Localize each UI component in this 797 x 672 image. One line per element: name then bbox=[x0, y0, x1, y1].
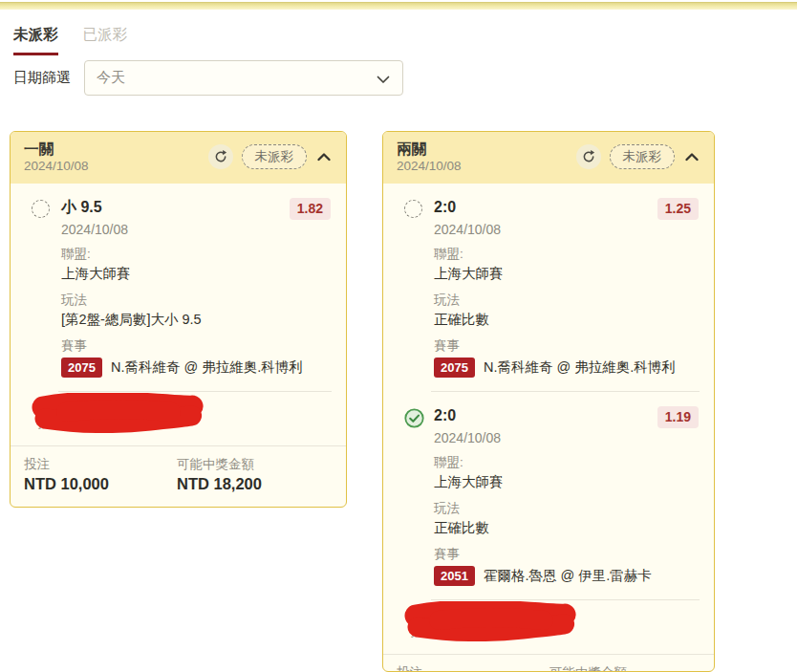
status-tabs: 未派彩 已派彩 bbox=[13, 25, 127, 55]
selection-block: 2:0 1.19 2024/10/08 聯盟: 上海大師賽 玩法 正確比數 賽事… bbox=[383, 392, 714, 600]
selection: 2:0 1.19 2024/10/08 聯盟: 上海大師賽 玩法 正確比數 賽事… bbox=[383, 392, 714, 586]
league-label: 聯盟: bbox=[434, 454, 699, 471]
selection-content: 小 9.5 1.82 2024/10/08 聯盟: 上海大師賽 玩法 [第2盤-… bbox=[61, 198, 331, 378]
event-name: N.喬科維奇 @ 弗拉維奧.科博利 bbox=[111, 358, 303, 377]
bet-card-heading: 兩關 2024/10/08 bbox=[397, 140, 462, 175]
selection-status-icon-col bbox=[404, 200, 423, 378]
bet-card-header-actions: 未派彩 bbox=[576, 144, 701, 169]
selections: 2:0 1.25 2024/10/08 聯盟: 上海大師賽 玩法 正確比數 賽事… bbox=[383, 184, 714, 600]
event-number-badge: 2075 bbox=[61, 358, 102, 378]
bet-card: 兩關 2024/10/08 未派彩 bbox=[382, 131, 715, 672]
event-label: 賽事 bbox=[434, 546, 699, 563]
payout-column: 可能中獎金額 NTD 1,488 bbox=[549, 664, 627, 672]
league-value: 上海大師賽 bbox=[434, 473, 699, 491]
league-value: 上海大師賽 bbox=[434, 265, 699, 283]
bet-history-page: 未派彩 已派彩 日期篩選 今天 一關 2024/10/08 bbox=[0, 0, 797, 672]
event-number-badge: 2051 bbox=[434, 566, 475, 586]
selection-pick: 2:0 bbox=[434, 198, 456, 217]
bet-card-heading: 一關 2024/10/08 bbox=[24, 140, 89, 175]
bet-id-area: 投注 ID: 1279200 bbox=[11, 392, 346, 445]
bet-card-header: 兩關 2024/10/08 未派彩 bbox=[383, 132, 714, 184]
bet-card: 一關 2024/10/08 未派彩 bbox=[10, 131, 347, 508]
chevron-up-icon[interactable] bbox=[315, 150, 333, 163]
odds-badge: 1.25 bbox=[657, 198, 699, 220]
event-row: 2051 霍爾格.魯恩 @ 伊里.雷赫卡 bbox=[434, 566, 699, 586]
selection-status-icon-col bbox=[404, 408, 423, 586]
selection: 2:0 1.25 2024/10/08 聯盟: 上海大師賽 玩法 正確比數 賽事… bbox=[383, 184, 714, 378]
red-marker-scribble-icon bbox=[28, 393, 205, 437]
market-value: [第2盤-總局數]大小 9.5 bbox=[61, 311, 331, 329]
league-label: 聯盟: bbox=[434, 246, 699, 263]
bet-card-header: 一關 2024/10/08 未派彩 bbox=[11, 132, 346, 184]
stake-label: 投注 bbox=[397, 664, 549, 672]
selection-date: 2024/10/08 bbox=[434, 430, 699, 445]
bet-date: 2024/10/08 bbox=[24, 158, 89, 175]
league-label: 聯盟: bbox=[61, 246, 331, 263]
event-name: N.喬科維奇 @ 弗拉維奧.科博利 bbox=[484, 358, 676, 377]
stake-value: NTD 10,000 bbox=[24, 475, 177, 493]
selection-content: 2:0 1.25 2024/10/08 聯盟: 上海大師賽 玩法 正確比數 賽事… bbox=[434, 198, 699, 378]
selection-date: 2024/10/08 bbox=[61, 222, 331, 237]
selection-title-row: 2:0 1.19 bbox=[434, 406, 699, 428]
red-marker-scribble-icon bbox=[400, 601, 578, 645]
bet-date: 2024/10/08 bbox=[397, 158, 462, 175]
stake-column: 投注 NTD 10,000 bbox=[24, 456, 177, 493]
payout-label: 可能中獎金額 bbox=[177, 456, 262, 473]
bet-card-header-actions: 未派彩 bbox=[208, 144, 334, 169]
green-check-icon bbox=[404, 415, 424, 431]
odds-badge: 1.19 bbox=[657, 406, 699, 428]
date-filter-label: 日期篩選 bbox=[13, 69, 71, 87]
selection-block: 小 9.5 1.82 2024/10/08 聯盟: 上海大師賽 玩法 [第2盤-… bbox=[11, 184, 346, 392]
selection: 小 9.5 1.82 2024/10/08 聯盟: 上海大師賽 玩法 [第2盤-… bbox=[11, 184, 346, 378]
top-yellow-divider bbox=[0, 2, 797, 10]
bet-id-area: 投注 ID: 1279130 bbox=[383, 600, 714, 654]
payout-label: 可能中獎金額 bbox=[549, 664, 627, 672]
refresh-icon[interactable] bbox=[208, 144, 233, 169]
bet-card-footer: 投注 NTD 10,000 可能中獎金額 NTD 18,200 bbox=[11, 445, 346, 507]
selection-date: 2024/10/08 bbox=[434, 222, 699, 237]
event-row: 2075 N.喬科維奇 @ 弗拉維奧.科博利 bbox=[434, 358, 699, 378]
stake-label: 投注 bbox=[24, 456, 177, 473]
event-label: 賽事 bbox=[61, 337, 331, 355]
selection-pick: 小 9.5 bbox=[61, 198, 102, 217]
market-value: 正確比數 bbox=[434, 311, 699, 329]
selections: 小 9.5 1.82 2024/10/08 聯盟: 上海大師賽 玩法 [第2盤-… bbox=[11, 184, 346, 392]
selection-block: 2:0 1.25 2024/10/08 聯盟: 上海大師賽 玩法 正確比數 賽事… bbox=[383, 184, 714, 392]
bet-card-footer: 投注 NTD 1,000 可能中獎金額 NTD 1,488 bbox=[383, 654, 714, 672]
market-label: 玩法 bbox=[61, 292, 331, 309]
date-filter-row: 日期篩選 今天 bbox=[13, 60, 403, 96]
event-number-badge: 2075 bbox=[434, 358, 475, 378]
chevron-up-icon[interactable] bbox=[683, 150, 700, 163]
tab-unsettled[interactable]: 未派彩 bbox=[13, 25, 58, 55]
refresh-icon[interactable] bbox=[576, 144, 601, 169]
status-badge[interactable]: 未派彩 bbox=[242, 144, 308, 169]
bet-type-title: 兩關 bbox=[397, 140, 462, 158]
payout-column: 可能中獎金額 NTD 18,200 bbox=[177, 456, 262, 493]
market-value: 正確比數 bbox=[434, 519, 699, 537]
stake-column: 投注 NTD 1,000 bbox=[397, 664, 549, 672]
chevron-down-icon bbox=[376, 72, 391, 91]
dashed-circle-icon bbox=[32, 200, 50, 218]
league-value: 上海大師賽 bbox=[61, 265, 331, 283]
selection-content: 2:0 1.19 2024/10/08 聯盟: 上海大師賽 玩法 正確比數 賽事… bbox=[434, 406, 699, 586]
market-label: 玩法 bbox=[434, 500, 699, 517]
selection-title-row: 小 9.5 1.82 bbox=[61, 198, 331, 220]
selection-status-icon-col bbox=[32, 200, 51, 378]
date-filter-value: 今天 bbox=[97, 69, 125, 87]
status-badge[interactable]: 未派彩 bbox=[610, 144, 676, 169]
market-label: 玩法 bbox=[434, 292, 699, 309]
event-row: 2075 N.喬科維奇 @ 弗拉維奧.科博利 bbox=[61, 358, 331, 378]
selection-pick: 2:0 bbox=[434, 406, 456, 425]
date-filter-select[interactable]: 今天 bbox=[84, 60, 403, 96]
dashed-circle-icon bbox=[404, 200, 422, 218]
payout-value: NTD 18,200 bbox=[177, 475, 262, 493]
odds-badge: 1.82 bbox=[290, 198, 331, 220]
event-label: 賽事 bbox=[434, 337, 699, 355]
bet-type-title: 一關 bbox=[24, 140, 89, 158]
event-name: 霍爾格.魯恩 @ 伊里.雷赫卡 bbox=[484, 567, 652, 585]
selection-title-row: 2:0 1.25 bbox=[434, 198, 699, 220]
tab-settled[interactable]: 已派彩 bbox=[83, 25, 128, 55]
